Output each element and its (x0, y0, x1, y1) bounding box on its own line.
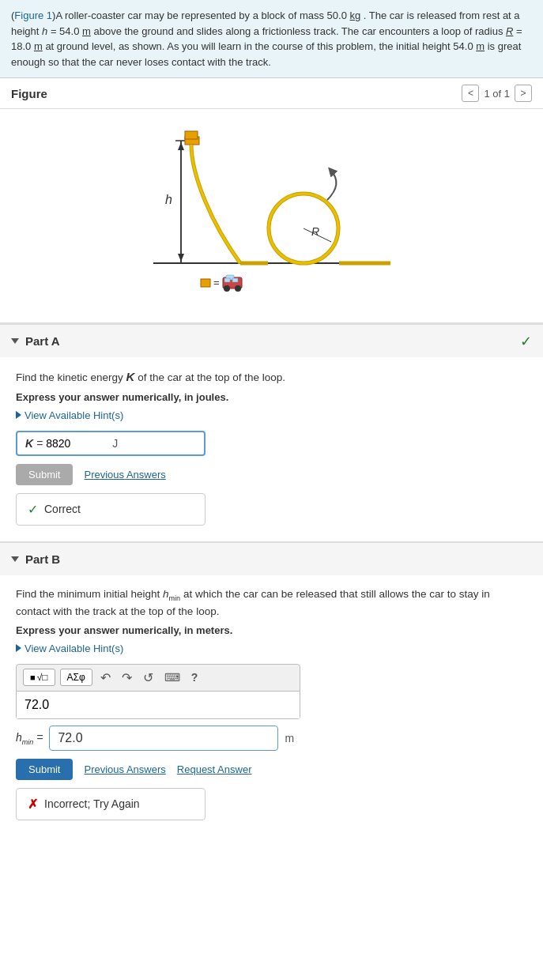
part-b-prev-answers-link[interactable]: Previous Answers (84, 763, 165, 775)
help-btn[interactable]: ? (188, 669, 202, 685)
sqrt-icon: ■ (30, 673, 36, 682)
part-a-answer-label: K = (25, 437, 43, 450)
part-b-incorrect-box: ✗ Incorrect; Try Again (16, 788, 206, 820)
svg-point-18 (235, 285, 241, 292)
part-a-prev-answers-link[interactable]: Previous Answers (84, 469, 165, 481)
part-b-collapse-icon[interactable] (11, 556, 19, 562)
svg-text:=: = (213, 277, 220, 288)
part-b-request-answer-link[interactable]: Request Answer (177, 763, 252, 775)
part-b-instruction: Express your answer numerically, in mete… (16, 624, 527, 636)
part-b-submit-btn[interactable]: Submit (16, 759, 73, 780)
part-a-collapse-icon[interactable] (11, 338, 19, 344)
figure-nav: < 1 of 1 > (462, 85, 532, 102)
part-a-instruction: Express your answer numerically, in joul… (16, 391, 527, 403)
part-b-body: Find the minimum initial height hmin at … (0, 575, 543, 836)
part-b-hint-arrow-icon (16, 644, 21, 652)
problem-text: (Figure 1)A roller-coaster car may be re… (0, 0, 543, 78)
part-b-input-wrapper (16, 692, 300, 719)
part-b-section: Part B Find the minimum initial height h… (0, 541, 543, 836)
part-a-answer-unit: J (112, 437, 118, 450)
part-b-answer-display: 72.0 (58, 731, 82, 744)
part-a-correct-text: Correct (44, 503, 81, 515)
part-a-checkmark-icon: ✓ (520, 333, 532, 350)
part-a-hint-arrow-icon (16, 411, 21, 419)
part-b-title: Part B (25, 552, 60, 566)
svg-text:h: h (165, 193, 172, 206)
asf-btn[interactable]: AΣφ (60, 669, 92, 686)
part-a-section: Part A ✓ Find the kinetic energy K of th… (0, 323, 543, 541)
undo-btn[interactable]: ↶ (97, 669, 114, 687)
svg-point-17 (224, 285, 230, 292)
figure-image: h R (0, 109, 543, 322)
roller-coaster-diagram: h R (138, 125, 406, 299)
part-a-answer-input[interactable] (46, 437, 109, 450)
figure-next-btn[interactable]: > (515, 85, 532, 102)
sqrt-btn[interactable]: ■ √□ (23, 669, 55, 686)
svg-rect-14 (201, 279, 210, 287)
redo-btn[interactable]: ↷ (119, 669, 135, 687)
svg-rect-20 (224, 278, 230, 282)
part-b-btn-row: Submit Previous Answers Request Answer (16, 759, 527, 780)
figure-nav-label: 1 of 1 (484, 88, 510, 100)
part-b-question: Find the minimum initial height hmin at … (16, 586, 527, 620)
keyboard-btn[interactable]: ⌨ (161, 669, 183, 685)
svg-rect-13 (185, 131, 198, 139)
part-b-header: Part B (0, 543, 543, 575)
part-a-answer-box: K = J (16, 431, 206, 456)
figure-link[interactable]: Figure 1 (14, 9, 52, 21)
part-a-question: Find the kinetic energy K of the car at … (16, 368, 527, 386)
part-a-correct-box: ✓ Correct (16, 493, 206, 526)
incorrect-x-icon: ✗ (28, 797, 38, 812)
svg-marker-6 (178, 254, 184, 262)
figure-header: Figure < 1 of 1 > (0, 78, 543, 109)
part-a-title: Part A (25, 334, 60, 348)
part-b-input-row: hmin = 72.0 m (16, 726, 527, 751)
part-b-answer-unit: m (285, 732, 294, 744)
part-a-btn-row: Submit Previous Answers (16, 464, 527, 485)
asf-label: AΣφ (67, 672, 85, 683)
part-a-submit-btn[interactable]: Submit (16, 464, 73, 485)
figure-title: Figure (11, 87, 47, 100)
part-b-answer-label: hmin = (16, 731, 43, 746)
svg-marker-5 (178, 142, 184, 150)
part-a-hint-link[interactable]: View Available Hint(s) (16, 409, 527, 421)
figure-prev-btn[interactable]: < (462, 85, 479, 102)
sqrt-label: √□ (37, 672, 48, 683)
part-a-body: Find the kinetic energy K of the car at … (0, 357, 543, 541)
part-b-incorrect-text: Incorrect; Try Again (44, 797, 140, 810)
part-a-header: Part A ✓ (0, 325, 543, 357)
svg-rect-21 (232, 278, 238, 282)
part-b-answer-input[interactable] (17, 692, 300, 718)
part-b-math-toolbar: ■ √□ AΣφ ↶ ↷ ↺ ⌨ ? (16, 664, 300, 692)
part-b-hint-link[interactable]: View Available Hint(s) (16, 643, 527, 654)
refresh-btn[interactable]: ↺ (140, 669, 156, 687)
figure-section: Figure < 1 of 1 > h (0, 78, 543, 323)
correct-checkmark-icon: ✓ (28, 502, 38, 517)
svg-text:R: R (311, 225, 319, 238)
